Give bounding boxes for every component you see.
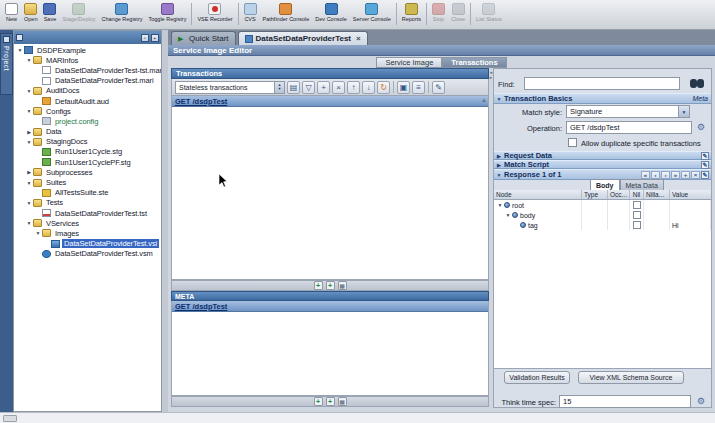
table-row-root[interactable]: ▼root — [494, 200, 711, 210]
match-style-dropdown[interactable]: Signature ▼ — [566, 105, 690, 118]
toolbar-button-reports[interactable]: Reports — [399, 1, 424, 29]
nillable-checkbox[interactable] — [633, 211, 641, 219]
tree-item-datasetdataprovidertest-mari[interactable]: DataSetDataProviderTest.mari — [14, 76, 161, 86]
collapse-arrow-icon[interactable]: ▼ — [494, 96, 504, 102]
tree-item-suites[interactable]: ▼Suites — [14, 177, 161, 187]
toolbar-button-toggle-registry[interactable]: Toggle Registry — [145, 1, 189, 29]
operation-field[interactable]: GET /dsdpTest — [566, 121, 692, 134]
collapse-handle-icon[interactable]: ▼ — [25, 139, 33, 145]
section-request-data[interactable]: ▶ Request Data ✎ — [494, 151, 711, 160]
meta-link[interactable]: Meta — [692, 95, 708, 102]
toolbar-button-change-registry[interactable]: Change Registry — [99, 1, 146, 29]
collapse-handle-icon[interactable]: ▼ — [25, 57, 33, 63]
next-response-icon[interactable]: › — [661, 171, 670, 179]
tree-item-stagingdocs[interactable]: ▼StagingDocs — [14, 137, 161, 147]
view-xml-schema-source-button[interactable]: View XML Schema Source — [578, 371, 684, 384]
grid-icon[interactable]: ▦ — [338, 397, 347, 406]
move-up-icon[interactable]: ↑ — [347, 81, 360, 94]
add-icon[interactable]: + — [326, 281, 335, 290]
chevron-down-icon[interactable]: ▼ — [678, 106, 689, 117]
grid-icon[interactable]: ▦ — [338, 281, 347, 290]
remove-response-icon[interactable]: × — [691, 171, 700, 179]
expand-arrow-icon[interactable]: ▶ — [494, 153, 504, 159]
collapse-handle-icon[interactable]: ▼ — [34, 230, 42, 236]
collapse-handle-icon[interactable]: ▼ — [25, 88, 33, 94]
toolbar-button-dev-console[interactable]: Dev Console — [312, 1, 350, 29]
tree-item-dsdpexample[interactable]: ▼DSDPExample — [14, 45, 161, 55]
collapse-handle-icon[interactable]: ▼ — [504, 212, 512, 218]
value-cell[interactable]: Hi — [670, 220, 711, 230]
value-cell[interactable] — [670, 200, 711, 210]
filter-icon[interactable]: ▽ — [302, 81, 315, 94]
nillable-checkbox[interactable] — [633, 221, 641, 229]
edit-icon[interactable]: ✎ — [701, 161, 709, 169]
transaction-mode-dropdown[interactable]: Stateless transactions ▲▼ — [175, 81, 285, 94]
add-icon[interactable]: + — [317, 81, 330, 94]
tree-item-vservices[interactable]: ▼VServices — [14, 218, 161, 228]
collapse-handle-icon[interactable]: ▼ — [16, 47, 24, 53]
section-match-script[interactable]: ▶ Match Script ✎ — [494, 160, 711, 169]
tree-item-auditdocs[interactable]: ▼AuditDocs — [14, 86, 161, 96]
collapse-handle-icon[interactable]: ▼ — [25, 220, 33, 226]
tab-datasetdataprovidertest[interactable]: DataSetDataProviderTest× — [238, 31, 368, 45]
response-tab-body[interactable]: Body — [590, 179, 620, 190]
tree-item-run1user1cyclepf-stg[interactable]: Run1User1CyclePF.stg — [14, 157, 161, 167]
expand-handle-icon[interactable]: ▶ — [25, 129, 33, 135]
think-time-input[interactable] — [559, 395, 691, 408]
collapse-handle-icon[interactable]: ▼ — [25, 108, 33, 114]
edit-icon[interactable]: ✎ — [701, 171, 709, 179]
validation-results-button[interactable]: Validation Results — [504, 371, 570, 384]
meta-section-header[interactable]: META — [171, 291, 489, 301]
table-row-body[interactable]: ▼body — [494, 210, 711, 220]
collapse-handle-icon[interactable]: ▼ — [496, 202, 504, 208]
edit-icon[interactable]: ✎ — [432, 81, 445, 94]
add-icon[interactable]: + — [326, 397, 335, 406]
image-icon[interactable]: ▤ — [287, 81, 300, 94]
add-response-icon[interactable]: + — [681, 171, 690, 179]
move-down-icon[interactable]: ↓ — [362, 81, 375, 94]
tree-item-run1user1cycle-stg[interactable]: Run1User1Cycle.stg — [14, 147, 161, 157]
column-header-nil[interactable]: Nil — [630, 190, 644, 199]
collapse-handle-icon[interactable]: ▼ — [25, 180, 33, 186]
column-header-nilla[interactable]: Nilla... — [644, 190, 670, 199]
minimize-panel-icon[interactable]: ▫ — [141, 34, 149, 42]
binoculars-search-icon[interactable] — [690, 79, 704, 88]
tree-item-images[interactable]: ▼Images — [14, 228, 161, 238]
first-response-icon[interactable]: « — [641, 171, 650, 179]
section-transaction-basics[interactable]: ▼ Transaction Basics Meta — [494, 93, 711, 104]
column-header-type[interactable]: Type — [582, 190, 608, 199]
expand-arrow-icon[interactable]: ▶ — [494, 162, 504, 168]
tab-quick-start[interactable]: ▶Quick Start — [171, 31, 236, 45]
tree-item-datasetdataprovidertest-tst-mari[interactable]: DataSetDataProviderTest-tst.mari — [14, 65, 161, 75]
column-header-occ[interactable]: Occ... — [608, 190, 630, 199]
toolbar-button-save[interactable]: Save — [40, 1, 59, 29]
sidebar-tab-project[interactable]: Project — [0, 33, 13, 95]
tree-item-tests[interactable]: ▼Tests — [14, 198, 161, 208]
value-cell[interactable] — [670, 210, 711, 220]
tree-item-datasetdataprovidertest-vsm[interactable]: DataSetDataProviderTest.vsm — [14, 249, 161, 259]
refresh-icon[interactable]: ↻ — [377, 81, 390, 94]
toolbar-button-open[interactable]: Open — [21, 1, 40, 29]
tree-item-datasetdataprovidertest-vsi[interactable]: DataSetDataProviderTest.vsi — [14, 239, 161, 249]
tree-item-subprocesses[interactable]: ▶Subprocesses — [14, 167, 161, 177]
delete-icon[interactable]: × — [332, 81, 345, 94]
toolbar-button-vse-recorder[interactable]: VSE Recorder — [194, 1, 235, 29]
edit-icon[interactable]: ✎ — [701, 152, 709, 160]
tree-item-project-config[interactable]: project.config — [14, 116, 161, 126]
tree-item-datasetdataprovidertest-tst[interactable]: DataSetDataProviderTest.tst — [14, 208, 161, 218]
last-response-icon[interactable]: » — [671, 171, 680, 179]
allow-duplicate-checkbox[interactable] — [568, 138, 577, 147]
add-icon[interactable]: + — [314, 281, 323, 290]
tree-item-defaultaudit-aud[interactable]: DefaultAudit.aud — [14, 96, 161, 106]
meta-transaction-row[interactable]: GET /dsdpTest — [172, 301, 488, 312]
column-header-node[interactable]: Node — [494, 190, 582, 199]
toolbar-button-server-console[interactable]: Server Console — [350, 1, 394, 29]
spinner-arrows-icon[interactable]: ▲▼ — [274, 82, 284, 93]
float-panel-icon[interactable]: ▪ — [151, 34, 159, 42]
view-tab-transactions[interactable]: Transactions — [442, 57, 506, 68]
response-tab-meta-data[interactable]: Meta Data — [620, 179, 664, 190]
toolbar-button-new[interactable]: New — [2, 1, 21, 29]
collapse-handle-icon[interactable]: ▼ — [25, 200, 33, 206]
wrench-icon[interactable]: ⚙ — [697, 397, 705, 406]
wrench-icon[interactable]: ⚙ — [697, 123, 705, 132]
